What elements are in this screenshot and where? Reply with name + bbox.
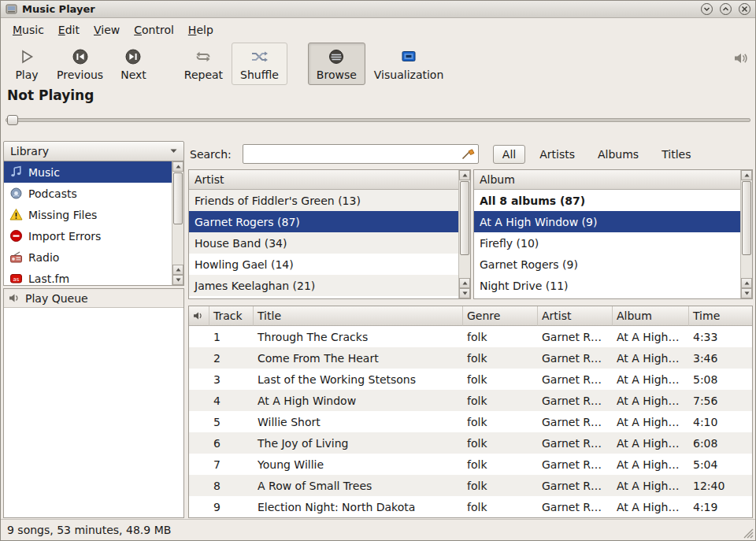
browse-button[interactable]: Browse [308, 43, 365, 85]
filter-artists[interactable]: Artists [531, 146, 584, 163]
source-selector[interactable]: Library [3, 141, 184, 161]
artist-column-header[interactable]: Artist [538, 306, 613, 326]
sidebar-item-label: Missing Files [28, 209, 97, 221]
music-note-icon [9, 165, 23, 179]
artist-row[interactable]: Howling Gael (14) [189, 254, 458, 275]
scroll-up-button[interactable] [741, 170, 752, 180]
title-column-header[interactable]: Title [254, 306, 463, 326]
sidebar-item-label: Last.fm [28, 272, 69, 285]
sidebar-item-lastfm[interactable]: as Last.fm [4, 268, 172, 285]
track-row[interactable]: 8A Row of Small TreesfolkGarnet R…At A H… [189, 475, 752, 496]
next-icon [124, 47, 142, 66]
track-column-header[interactable]: Track [209, 306, 254, 326]
search-entry[interactable] [243, 144, 479, 164]
artist-row[interactable]: House Band (34) [189, 232, 458, 254]
title-bar[interactable]: Music Player [1, 1, 755, 18]
scroll-down-button[interactable] [172, 275, 183, 285]
album-column-header[interactable]: Album [613, 306, 689, 326]
track-row[interactable]: 4At A High WindowfolkGarnet R…At A High…… [189, 390, 752, 411]
minimize-button[interactable] [701, 3, 713, 15]
volume-icon [733, 51, 749, 65]
svg-text:as: as [13, 276, 20, 283]
sidebar-item-missing-files[interactable]: Missing Files [4, 204, 172, 225]
menu-music[interactable]: Music [6, 21, 51, 39]
scroll-up-button[interactable] [172, 161, 183, 172]
previous-label: Previous [57, 69, 103, 81]
scrollbar-thumb[interactable] [742, 181, 751, 255]
track-row[interactable]: 9Election Night: North DakotafolkGarnet … [189, 496, 752, 517]
sidebar-item-label: Radio [28, 251, 59, 264]
album-row[interactable]: Night Drive (11) [474, 275, 740, 296]
seek-handle[interactable] [7, 115, 18, 125]
search-filters: All Artists Albums Titles [493, 145, 700, 164]
track-row[interactable]: 7Young WilliefolkGarnet R…At A High…5:04 [189, 454, 752, 475]
menu-control[interactable]: Control [127, 21, 181, 39]
filter-titles[interactable]: Titles [653, 146, 699, 163]
sidebar-item-import-errors[interactable]: Import Errors [4, 225, 172, 246]
menu-view[interactable]: View [87, 21, 127, 39]
menu-help[interactable]: Help [181, 21, 220, 39]
repeat-button[interactable]: Repeat [176, 43, 232, 85]
artist-row[interactable]: James Keelaghan (21) [189, 275, 458, 296]
track-list: Track Title Genre Artist Album Time 1Thr… [188, 306, 753, 518]
scroll-up-button[interactable] [459, 278, 470, 288]
artist-row[interactable]: Garnet Rogers (87) [189, 211, 458, 232]
album-row[interactable]: All 8 albums (87) [474, 190, 740, 211]
album-row[interactable]: Firefly (10) [474, 232, 740, 254]
album-scrollbar[interactable] [740, 170, 752, 298]
seek-slider[interactable] [6, 113, 750, 127]
search-input[interactable] [243, 145, 461, 163]
source-selector-label: Library [10, 145, 170, 157]
scroll-up-button[interactable] [459, 170, 470, 180]
sidebar-item-podcasts[interactable]: Podcasts [4, 183, 172, 204]
lastfm-icon: as [9, 272, 23, 285]
album-header-label: Album [480, 173, 515, 186]
shuffle-button[interactable]: Shuffle [232, 43, 287, 85]
previous-button[interactable]: Previous [48, 43, 112, 85]
album-list: All 8 albums (87)At A High Window (9)Fir… [474, 190, 740, 298]
scroll-down-button[interactable] [741, 288, 752, 298]
speaker-icon [9, 293, 20, 303]
track-row[interactable]: 1Through The CracksfolkGarnet R…At A Hig… [189, 326, 752, 347]
album-column-header[interactable]: Album [474, 170, 740, 190]
maximize-button[interactable] [720, 3, 732, 15]
next-button[interactable]: Next [112, 43, 155, 85]
album-row[interactable]: Garnet Rogers (9) [474, 254, 740, 275]
time-column-header[interactable]: Time [689, 306, 752, 326]
track-row[interactable]: 2Come From The HeartfolkGarnet R…At A Hi… [189, 347, 752, 369]
scroll-down-button[interactable] [459, 288, 470, 298]
sidebar-item-music[interactable]: Music [4, 161, 172, 183]
track-rows: 1Through The CracksfolkGarnet R…At A Hig… [189, 326, 752, 517]
chevron-down-icon [170, 149, 177, 154]
scroll-up-button[interactable] [741, 278, 752, 288]
genre-column-header[interactable]: Genre [463, 306, 538, 326]
menu-edit[interactable]: Edit [51, 21, 87, 39]
volume-button[interactable] [733, 51, 749, 65]
artist-scrollbar[interactable] [458, 170, 470, 298]
search-label: Search: [190, 148, 232, 161]
playing-column-header[interactable] [189, 306, 209, 326]
play-queue-header[interactable]: Play Queue [4, 289, 183, 308]
sidebar-item-radio[interactable]: Radio [4, 246, 172, 268]
scrollbar-thumb[interactable] [173, 172, 183, 224]
resize-grip[interactable] [743, 528, 754, 539]
scroll-up-button[interactable] [172, 265, 183, 275]
clear-search-icon[interactable] [461, 149, 475, 160]
track-row[interactable]: 5Willie ShortfolkGarnet R…At A High…4:10 [189, 411, 752, 432]
artist-row[interactable]: Friends of Fiddler's Green (13) [189, 190, 458, 211]
artist-column-header[interactable]: Artist [189, 170, 458, 190]
visualization-button[interactable]: Visualization [365, 43, 452, 85]
toolbar: Play Previous Next Repeat Shuffle [1, 40, 755, 85]
sidebar-scrollbar[interactable] [172, 161, 183, 285]
filter-albums[interactable]: Albums [589, 146, 647, 163]
seek-trough[interactable] [6, 118, 750, 122]
play-icon [18, 47, 35, 66]
track-row[interactable]: 6The Joy of LivingfolkGarnet R…At A High… [189, 432, 752, 454]
close-button[interactable] [739, 3, 750, 15]
filter-all[interactable]: All [493, 145, 525, 164]
play-button[interactable]: Play [6, 43, 48, 85]
previous-icon [72, 47, 89, 66]
track-row[interactable]: 3Last of the Working StetsonsfolkGarnet … [189, 369, 752, 390]
album-row[interactable]: At A High Window (9) [474, 211, 740, 232]
scrollbar-thumb[interactable] [460, 181, 469, 255]
